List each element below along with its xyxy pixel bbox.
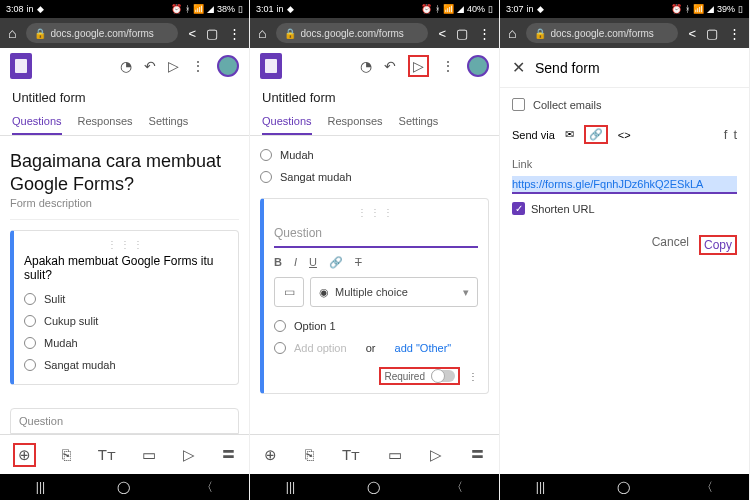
home-button[interactable]: ◯ [617,480,630,494]
home-button[interactable]: ◯ [367,480,380,494]
tab-questions[interactable]: Questions [12,109,62,135]
option[interactable]: Sangat mudah [24,354,228,376]
image-icon[interactable]: ▭ [388,446,402,464]
text-icon[interactable]: Tᴛ [342,446,360,464]
menu-icon[interactable]: ⋮ [478,26,491,41]
forms-file-icon[interactable] [260,53,282,79]
form-title[interactable]: Untitled form [250,84,499,109]
question-input[interactable]: Question [274,222,478,248]
drag-handle[interactable]: ⋮⋮⋮ [24,239,228,250]
close-icon[interactable]: ✕ [512,58,525,77]
home-icon[interactable]: ⌂ [508,25,516,41]
question-text[interactable]: Apakah membuat Google Forms itu sulit? [24,254,228,282]
italic-icon[interactable]: I [294,256,297,269]
text-icon[interactable]: Tᴛ [98,446,116,464]
share-icon[interactable]: < [188,26,196,41]
add-question-button[interactable]: ⊕ [264,446,277,464]
link-tab[interactable]: 🔗 [584,125,608,144]
url-bar[interactable]: 🔒docs.google.com/forms [276,23,428,43]
bold-icon[interactable]: B [274,256,282,269]
new-question-card[interactable]: ⋮⋮⋮ Question B I U 🔗 T ▭ ◉Multiple choic… [260,198,489,394]
email-icon[interactable]: ✉ [565,128,574,141]
facebook-icon[interactable]: f [724,127,728,142]
drag-handle[interactable]: ⋮⋮⋮ [274,207,478,218]
checkbox-checked[interactable]: ✓ [512,202,525,215]
browser-bar: ⌂ 🔒docs.google.com/forms < ▢ ⋮ [0,18,249,48]
embed-icon[interactable]: <> [618,129,631,141]
tabs-icon[interactable]: ▢ [456,26,468,41]
option-1[interactable]: Option 1 [274,315,478,337]
send-icon[interactable]: ▷ [168,58,179,74]
menu-icon[interactable]: ⋮ [728,26,741,41]
tab-settings[interactable]: Settings [399,109,439,135]
add-other-link[interactable]: add "Other" [395,342,452,354]
tabs-icon[interactable]: ▢ [206,26,218,41]
add-question-button[interactable]: ⊕ [13,443,36,467]
share-icon[interactable]: < [688,26,696,41]
question-card[interactable]: ⋮⋮⋮ Apakah membuat Google Forms itu suli… [10,230,239,385]
tab-responses[interactable]: Responses [78,109,133,135]
copy-button[interactable]: Copy [704,238,732,252]
recent-button[interactable]: ||| [286,480,295,494]
add-image-button[interactable]: ▭ [274,277,304,307]
cancel-button[interactable]: Cancel [652,235,689,255]
collect-emails-row[interactable]: Collect emails [500,88,749,121]
menu-icon[interactable]: ⋮ [228,26,241,41]
link-value[interactable]: https://forms.gle/FqnhJDz6hkQ2ESkLA [512,176,737,194]
more-icon[interactable]: ⋮ [191,58,205,74]
recent-button[interactable]: ||| [36,480,45,494]
import-icon[interactable]: ⎘ [305,446,314,463]
tab-responses[interactable]: Responses [328,109,383,135]
section-icon[interactable]: 〓 [470,445,485,464]
option[interactable]: Cukup sulit [24,310,228,332]
bluetooth-icon: ᚼ [185,4,190,14]
video-icon[interactable]: ▷ [430,446,442,464]
link-icon[interactable]: 🔗 [329,256,343,269]
home-icon[interactable]: ⌂ [258,25,266,41]
tabs-icon[interactable]: ▢ [706,26,718,41]
avatar[interactable] [217,55,239,77]
palette-icon[interactable]: ◔ [120,58,132,74]
option[interactable]: Mudah [260,144,489,166]
more-icon[interactable]: ⋮ [441,58,455,74]
option[interactable]: Mudah [24,332,228,354]
palette-icon[interactable]: ◔ [360,58,372,74]
form-header[interactable]: Bagaimana cara membuat Google Forms? [10,144,239,197]
link-section: Link https://forms.gle/FqnhJDz6hkQ2ESkLA… [500,148,749,225]
back-button[interactable]: 〈 [201,479,213,496]
url-bar[interactable]: 🔒docs.google.com/forms [26,23,178,43]
back-button[interactable]: 〈 [701,479,713,496]
section-icon[interactable]: 〓 [221,445,236,464]
add-option-row[interactable]: Add option or add "Other" [274,337,478,359]
option[interactable]: Sulit [24,288,228,310]
back-button[interactable]: 〈 [451,479,463,496]
import-icon[interactable]: ⎘ [62,446,71,463]
recent-button[interactable]: ||| [536,480,545,494]
question-type-dropdown[interactable]: ◉Multiple choice▾ [310,277,478,307]
checkbox-unchecked[interactable] [512,98,525,111]
clear-format-icon[interactable]: T [355,256,362,269]
video-icon[interactable]: ▷ [183,446,195,464]
undo-icon[interactable]: ↶ [144,58,156,74]
shorten-url-row[interactable]: ✓ Shorten URL [512,202,737,215]
tab-questions[interactable]: Questions [262,109,312,135]
option[interactable]: Sangat mudah [260,166,489,188]
forms-file-icon[interactable] [10,53,32,79]
image-icon[interactable]: ▭ [142,446,156,464]
share-icon[interactable]: < [438,26,446,41]
home-icon[interactable]: ⌂ [8,25,16,41]
more-icon[interactable]: ⋮ [468,371,478,382]
send-icon[interactable]: ▷ [408,55,429,77]
form-title[interactable]: Untitled form [0,84,249,109]
lock-icon: 🔒 [34,28,46,39]
underline-icon[interactable]: U [309,256,317,269]
home-button[interactable]: ◯ [117,480,130,494]
tab-settings[interactable]: Settings [149,109,189,135]
required-toggle[interactable] [431,370,455,382]
form-description[interactable]: Form description [10,197,239,220]
new-question-peek[interactable]: Question [10,408,239,434]
undo-icon[interactable]: ↶ [384,58,396,74]
url-bar[interactable]: 🔒docs.google.com/forms [526,23,678,43]
avatar[interactable] [467,55,489,77]
twitter-icon[interactable]: t [733,127,737,142]
